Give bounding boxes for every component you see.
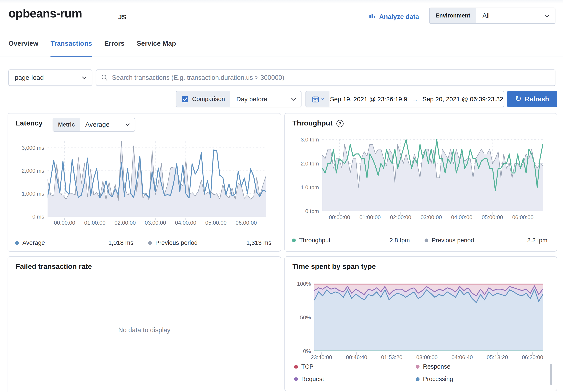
latency-metric-select[interactable]: Metric Average bbox=[52, 118, 135, 131]
svg-text:02:00:00: 02:00:00 bbox=[115, 220, 136, 226]
legend-dot bbox=[416, 377, 420, 381]
svg-text:05:00:00: 05:00:00 bbox=[205, 220, 227, 226]
no-data-message: No data to display bbox=[8, 326, 281, 334]
analyze-data-label: Analyze data bbox=[379, 13, 419, 21]
environment-label: Environment bbox=[430, 8, 476, 23]
date-end[interactable]: Sep 20, 2021 @ 06:39:23.32 bbox=[422, 96, 503, 103]
svg-text:2,000 ms: 2,000 ms bbox=[22, 168, 44, 174]
legend-item-request[interactable]: Request bbox=[294, 376, 416, 382]
svg-text:0 ms: 0 ms bbox=[32, 213, 44, 220]
comparison-label: Comparison bbox=[192, 96, 225, 103]
svg-text:04:06:40: 04:06:40 bbox=[451, 354, 473, 360]
svg-text:0 tpm: 0 tpm bbox=[305, 208, 319, 214]
legend-item-response[interactable]: Response bbox=[416, 363, 542, 370]
search-transactions-input[interactable] bbox=[108, 70, 555, 85]
search-transactions-box bbox=[96, 69, 555, 86]
svg-text:2.0 tpm: 2.0 tpm bbox=[301, 160, 319, 167]
date-start[interactable]: Sep 19, 2021 @ 23:26:19.9 bbox=[330, 96, 407, 103]
throughput-panel: Throughput ? 0 tpm1.0 tpm2.0 tpm3.0 tpm0… bbox=[284, 113, 557, 252]
transaction-type-value: page-load bbox=[9, 74, 83, 81]
legend-item-throughput[interactable]: Throughput bbox=[292, 237, 330, 244]
legend-item-previous-period[interactable]: Previous period bbox=[424, 237, 474, 244]
svg-text:06:00:00: 06:00:00 bbox=[512, 214, 534, 221]
refresh-label: Refresh bbox=[525, 95, 549, 103]
svg-text:05:00:00: 05:00:00 bbox=[482, 214, 503, 221]
throughput-chart: 0 tpm1.0 tpm2.0 tpm3.0 tpm00:00:0001:00:… bbox=[287, 134, 554, 226]
arrow-right-icon: → bbox=[411, 95, 418, 103]
svg-text:1.0 tpm: 1.0 tpm bbox=[301, 184, 319, 191]
svg-text:01:53:20: 01:53:20 bbox=[381, 354, 402, 360]
comparison-checkbox[interactable] bbox=[181, 96, 188, 103]
legend-dot bbox=[15, 241, 19, 245]
tab-errors[interactable]: Errors bbox=[104, 39, 125, 57]
time-spent-by-span-type-panel: Time spent by span type 0%50%100%23:40:0… bbox=[284, 256, 557, 391]
environment-value: All bbox=[476, 8, 546, 23]
svg-text:3.0 tpm: 3.0 tpm bbox=[301, 136, 319, 143]
svg-text:03:00:00: 03:00:00 bbox=[421, 214, 442, 221]
search-icon bbox=[101, 74, 108, 81]
legend-item-processing[interactable]: Processing bbox=[416, 376, 542, 382]
date-range: Sep 19, 2021 @ 23:26:19.9 → Sep 20, 2021… bbox=[330, 91, 504, 107]
svg-text:00:46:40: 00:46:40 bbox=[346, 354, 367, 360]
chevron-down-icon bbox=[545, 13, 549, 17]
span-type-legend: TCP Response Request Processing bbox=[294, 363, 542, 382]
metric-value: Average bbox=[80, 118, 126, 131]
failed-rate-title: Failed transaction rate bbox=[15, 262, 92, 271]
legend-value-previous-period: 1,313 ms bbox=[246, 239, 271, 246]
span-type-chart: 0%50%100%23:40:0000:46:4001:53:2003:00:0… bbox=[287, 278, 554, 366]
tab-divider bbox=[0, 56, 563, 56]
transaction-type-select[interactable]: page-load bbox=[8, 69, 92, 86]
legend-scrollbar[interactable] bbox=[550, 364, 552, 385]
svg-text:04:00:00: 04:00:00 bbox=[175, 220, 196, 226]
comparison-group: Comparison Day before bbox=[176, 91, 302, 107]
svg-text:03:00:00: 03:00:00 bbox=[145, 220, 166, 226]
svg-text:100%: 100% bbox=[297, 281, 311, 287]
legend-item-average[interactable]: Average bbox=[15, 239, 45, 246]
svg-text:06:00:00: 06:00:00 bbox=[236, 220, 257, 226]
svg-text:00:00:00: 00:00:00 bbox=[54, 220, 75, 226]
tab-overview[interactable]: Overview bbox=[8, 39, 38, 57]
svg-text:50%: 50% bbox=[300, 314, 311, 321]
refresh-icon: ↻ bbox=[515, 95, 521, 103]
page-title: opbeans-rum bbox=[8, 6, 82, 20]
legend-item-previous-period[interactable]: Previous period bbox=[148, 239, 198, 246]
tab-transactions[interactable]: Transactions bbox=[51, 39, 92, 57]
analyze-data-link[interactable]: Analyze data bbox=[369, 12, 419, 22]
svg-text:05:13:20: 05:13:20 bbox=[487, 354, 508, 360]
legend-dot bbox=[424, 238, 428, 242]
svg-text:00:00:00: 00:00:00 bbox=[329, 214, 350, 221]
latency-title: Latency bbox=[15, 119, 43, 127]
svg-text:0%: 0% bbox=[303, 348, 311, 354]
svg-text:06:20:00: 06:20:00 bbox=[522, 354, 543, 360]
environment-select[interactable]: Environment All bbox=[429, 8, 555, 24]
metric-label: Metric bbox=[53, 118, 80, 131]
help-icon[interactable]: ? bbox=[336, 120, 344, 127]
agent-badge: JS bbox=[118, 13, 126, 21]
comparison-toggle[interactable]: Comparison bbox=[176, 91, 230, 107]
date-picker: Sep 19, 2021 @ 23:26:19.9 → Sep 20, 2021… bbox=[306, 91, 504, 107]
date-quick-menu-button[interactable] bbox=[306, 91, 330, 107]
comparison-period-select[interactable]: Day before bbox=[230, 91, 301, 107]
svg-text:1,000 ms: 1,000 ms bbox=[22, 191, 44, 197]
legend-dot bbox=[294, 365, 298, 369]
refresh-button[interactable]: ↻ Refresh bbox=[507, 91, 557, 107]
top-fade bbox=[0, 0, 563, 3]
svg-text:23:40:00: 23:40:00 bbox=[311, 354, 332, 360]
svg-text:02:00:00: 02:00:00 bbox=[390, 214, 411, 221]
legend-value-average: 1,018 ms bbox=[108, 239, 133, 246]
legend-dot bbox=[292, 238, 296, 242]
comparison-period-value: Day before bbox=[230, 96, 292, 103]
throughput-legend: Throughput 2.8 tpm Previous period 2.2 t… bbox=[292, 237, 550, 244]
legend-dot bbox=[416, 365, 420, 369]
calendar-icon bbox=[312, 96, 319, 103]
legend-item-tcp[interactable]: TCP bbox=[294, 363, 416, 370]
svg-text:01:00:00: 01:00:00 bbox=[84, 220, 105, 226]
tab-bar: Overview Transactions Errors Service Map bbox=[8, 39, 176, 57]
chevron-down-icon bbox=[125, 122, 130, 126]
throughput-title: Throughput bbox=[293, 119, 333, 127]
legend-value-throughput: 2.8 tpm bbox=[389, 237, 410, 244]
legend-dot bbox=[148, 241, 152, 245]
latency-panel: Latency Metric Average 0 ms1,000 ms2,000… bbox=[8, 113, 281, 252]
tab-service-map[interactable]: Service Map bbox=[137, 39, 176, 57]
failed-transaction-rate-panel: Failed transaction rate No data to displ… bbox=[8, 256, 281, 392]
